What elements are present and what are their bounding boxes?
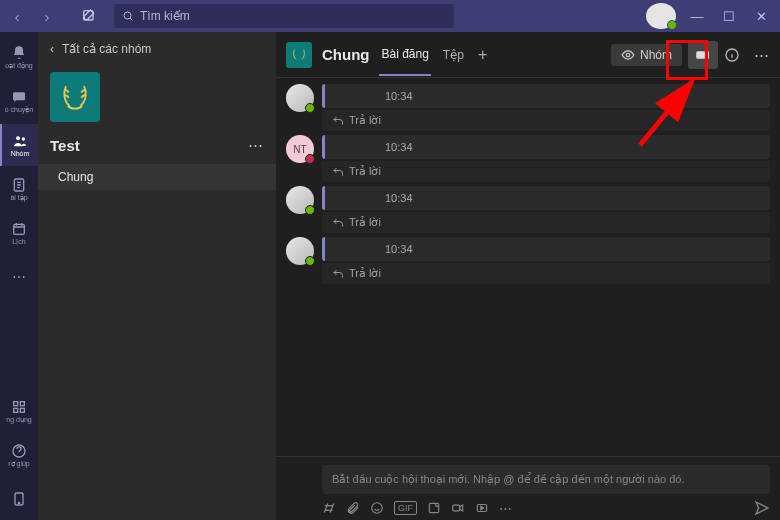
window-minimize-button[interactable]: — [682, 3, 712, 29]
svg-rect-10 [20, 408, 24, 412]
rail-teams[interactable]: Nhóm [0, 124, 38, 166]
eye-icon [621, 48, 635, 62]
format-button[interactable] [322, 501, 336, 515]
nav-back-button[interactable]: ‹ [4, 3, 30, 29]
chevron-left-icon: ‹ [50, 42, 54, 56]
post-avatar[interactable] [286, 237, 314, 265]
download-icon [11, 491, 27, 507]
post-message[interactable]: 10:34 [322, 186, 770, 210]
laurel-icon [57, 79, 93, 115]
rail-more[interactable]: ⋯ [0, 256, 38, 298]
main-content: Chung Bài đăng Tệp + Nhóm ⋯ 10:34Trả lời… [276, 32, 780, 520]
posts-list: 10:34Trả lờiNT10:34Trả lời10:34Trả lời10… [276, 78, 780, 456]
post-message[interactable]: 10:34 [322, 237, 770, 261]
header-more-button[interactable]: ⋯ [754, 46, 770, 64]
rail-help[interactable]: rợ giúp [0, 434, 38, 476]
svg-point-3 [16, 136, 20, 140]
reply-icon [332, 268, 344, 280]
post-item: 10:34Trả lời [286, 84, 770, 131]
nav-forward-button[interactable]: › [34, 3, 60, 29]
team-sidebar: ‹ Tất cả các nhóm Test ⋯ Chung [38, 32, 276, 520]
app-rail: oạt động ò chuyện Nhóm ài tập Lịch ⋯ ng … [0, 32, 38, 520]
tab-posts[interactable]: Bài đăng [379, 34, 430, 76]
team-more-button[interactable]: ⋯ [248, 136, 264, 154]
meet-button[interactable] [688, 41, 718, 69]
laurel-icon [290, 46, 308, 64]
post-item: NT10:34Trả lời [286, 135, 770, 182]
team-logo[interactable] [50, 72, 100, 122]
stream-button[interactable] [475, 501, 489, 515]
svg-rect-7 [14, 401, 18, 405]
user-avatar[interactable] [646, 3, 676, 29]
compose-input[interactable]: Bắt đầu cuộc hội thoại mới. Nhập @ để đề… [322, 465, 770, 494]
channel-item[interactable]: Chung [38, 164, 276, 190]
titlebar: ‹ › Tìm kiếm — ☐ ✕ [0, 0, 780, 32]
svg-rect-8 [20, 401, 24, 405]
team-name: Test [50, 137, 80, 154]
rail-activity[interactable]: oạt động [0, 36, 38, 78]
svg-rect-2 [13, 92, 25, 100]
rail-assignments[interactable]: ài tập [0, 168, 38, 210]
calendar-icon [11, 221, 27, 237]
back-to-teams[interactable]: ‹ Tất cả các nhóm [38, 32, 276, 66]
send-icon [754, 500, 770, 516]
post-message[interactable]: 10:34 [322, 135, 770, 159]
send-button[interactable] [754, 500, 770, 516]
info-button[interactable] [724, 47, 748, 63]
svg-rect-18 [429, 503, 438, 512]
sticker-button[interactable] [427, 501, 441, 515]
rail-apps[interactable]: ng dụng [0, 390, 38, 432]
assignments-icon [11, 177, 27, 193]
channel-name: Chung [322, 46, 369, 63]
svg-rect-15 [696, 51, 705, 59]
meet-now-button[interactable] [451, 501, 465, 515]
channel-header: Chung Bài đăng Tệp + Nhóm ⋯ [276, 32, 780, 78]
help-icon [11, 443, 27, 459]
attach-button[interactable] [346, 501, 360, 515]
post-time: 10:34 [385, 243, 413, 255]
sticker-icon [427, 501, 441, 515]
bell-icon [11, 45, 27, 61]
rail-download[interactable] [0, 478, 38, 520]
rail-chat[interactable]: ò chuyện [0, 80, 38, 122]
reply-icon [332, 217, 344, 229]
svg-point-17 [372, 503, 383, 514]
svg-rect-19 [453, 505, 460, 511]
post-avatar[interactable]: NT [286, 135, 314, 163]
reply-button[interactable]: Trả lời [322, 212, 770, 233]
window-maximize-button[interactable]: ☐ [714, 3, 744, 29]
post-avatar[interactable] [286, 84, 314, 112]
reply-button[interactable]: Trả lời [322, 110, 770, 131]
post-avatar[interactable] [286, 186, 314, 214]
search-placeholder: Tìm kiếm [140, 9, 190, 23]
new-message-button[interactable] [76, 3, 102, 29]
emoji-button[interactable] [370, 501, 384, 515]
svg-point-4 [22, 137, 25, 140]
window-close-button[interactable]: ✕ [746, 3, 776, 29]
group-visibility-button[interactable]: Nhóm [611, 44, 682, 66]
svg-rect-6 [14, 224, 25, 234]
search-input[interactable]: Tìm kiếm [114, 4, 454, 28]
reply-button[interactable]: Trả lời [322, 161, 770, 182]
teams-icon [12, 133, 28, 149]
more-compose-button[interactable]: ⋯ [499, 501, 512, 516]
reply-icon [332, 115, 344, 127]
compose-icon [81, 8, 97, 24]
post-message[interactable]: 10:34 [322, 84, 770, 108]
paperclip-icon [346, 501, 360, 515]
post-item: 10:34Trả lời [286, 237, 770, 284]
video-camera-icon [694, 46, 712, 64]
chat-icon [11, 89, 27, 105]
svg-point-13 [18, 502, 19, 503]
add-tab-button[interactable]: + [476, 33, 489, 77]
reply-icon [332, 166, 344, 178]
stream-icon [475, 501, 489, 515]
reply-button[interactable]: Trả lời [322, 263, 770, 284]
emoji-icon [370, 501, 384, 515]
tab-files[interactable]: Tệp [441, 35, 466, 75]
post-time: 10:34 [385, 192, 413, 204]
rail-calendar[interactable]: Lịch [0, 212, 38, 254]
post-item: 10:34Trả lời [286, 186, 770, 233]
search-icon [122, 10, 134, 22]
gif-button[interactable]: GIF [394, 501, 417, 515]
